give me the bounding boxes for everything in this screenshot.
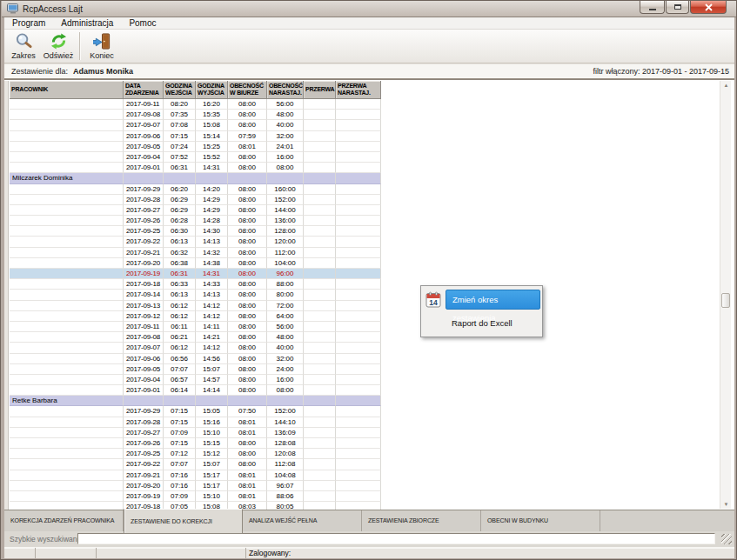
table-row[interactable]: 2017-09-2507:1215:1208:00120:08	[10, 449, 381, 459]
cell	[10, 354, 124, 364]
table-row[interactable]: 2017-09-0406:5714:5708:0016:00	[10, 375, 381, 385]
cell	[304, 481, 336, 491]
column-header-0[interactable]: PRACOWNIK	[10, 81, 124, 99]
scroll-up-arrow-icon[interactable]: ▲	[720, 81, 732, 90]
cell	[304, 406, 336, 417]
table-row[interactable]: 2017-09-0106:1414:1408:0008:00	[10, 385, 381, 396]
cell: 06:33	[164, 279, 196, 290]
cell	[10, 385, 124, 396]
cell: 07:35	[164, 110, 196, 120]
tab-analiza-wej-pe-na[interactable]: ANALIZA WEJŚĆ PEŁNA	[243, 510, 362, 531]
table-row[interactable]: 2017-09-2807:1515:1608:01144:10	[10, 417, 381, 428]
table-row[interactable]: 2017-09-0707:0815:0808:0040:00	[10, 120, 381, 130]
close-button[interactable]	[690, 1, 727, 14]
cell: 2017-09-27	[124, 205, 164, 216]
table-row[interactable]: 2017-09-1406:1314:1308:0080:00	[10, 290, 381, 300]
resize-grip[interactable]	[721, 534, 732, 544]
table-row[interactable]: 2017-09-2107:1615:1708:01104:08	[10, 470, 381, 481]
column-header-1[interactable]: DATA ZDARZENIA	[124, 81, 164, 99]
menu-item-raport-excel[interactable]: Raport do Excell	[423, 311, 540, 335]
table-row[interactable]: 2017-09-1108:2016:2008:0056:00	[10, 99, 381, 110]
table-row[interactable]: 2017-09-2106:3214:3208:00112:00	[10, 248, 381, 258]
table-row[interactable]: 2017-09-0507:2415:2508:0124:01	[10, 142, 381, 152]
menu-item-zmien-okres[interactable]: 14 Zmień okres zestawienia	[423, 288, 540, 311]
cell: 06:31	[164, 163, 196, 173]
cell	[304, 459, 336, 470]
cell	[336, 163, 381, 173]
column-header-5[interactable]: OBECNOŚĆ NARASTAJ.	[267, 81, 304, 99]
column-header-3[interactable]: GODZINA WYJŚCIA	[196, 81, 228, 99]
table-row[interactable]: 2017-09-0806:2114:2108:0048:00	[10, 332, 381, 343]
table-row[interactable]: 2017-09-0407:5215:5208:0016:00	[10, 152, 381, 163]
menu-administracja[interactable]: Administracja	[53, 17, 121, 30]
odswiez-label: Odśwież	[44, 51, 74, 60]
table-row[interactable]: 2017-09-2007:1615:1708:0196:07	[10, 481, 381, 491]
table-row[interactable]: 2017-09-2206:1314:1308:00120:00	[10, 237, 381, 247]
title-bar[interactable]: RcpAccess Lajt	[2, 1, 737, 17]
menu-program[interactable]: Program	[4, 17, 53, 30]
cell: 16:20	[196, 99, 228, 110]
quick-search-input[interactable]	[77, 533, 715, 544]
table-row[interactable]: 2017-09-1106:1114:1108:0056:00	[10, 322, 381, 332]
group-header-row[interactable]: Milczarek Dominika	[10, 173, 381, 183]
cell: 15:17	[196, 470, 228, 481]
tab-bar: KOREKCJA ZDARZEŃ PRACOWNIKAZESTAWIENIE D…	[4, 510, 734, 531]
scroll-down-arrow-icon[interactable]: ▼	[720, 500, 732, 509]
table-row[interactable]: 2017-09-0606:5614:5608:0032:00	[10, 354, 381, 364]
tab-zestawienie-do-korekcji[interactable]: ZESTAWIENIE DO KOREKCJI	[124, 509, 243, 534]
table-row[interactable]: 2017-09-1206:1214:1208:0064:00	[10, 311, 381, 322]
column-header-4[interactable]: OBECNOŚĆ W BIURZE	[228, 81, 267, 99]
cell: 2017-09-19	[124, 491, 164, 502]
cell: 08:00	[228, 311, 267, 322]
table-row[interactable]: 2017-09-2906:2014:2008:00160:00	[10, 184, 381, 195]
table-row[interactable]: 2017-09-2806:2914:2908:00152:00	[10, 195, 381, 205]
cell: 14:57	[196, 375, 228, 385]
zakres-button[interactable]: Zakres	[6, 30, 41, 63]
cell: 15:10	[196, 491, 228, 502]
tab-obecni-w-budynku[interactable]: OBECNI W BUDYNKU	[481, 510, 600, 531]
table-row[interactable]: 2017-09-2506:3014:3008:00128:00	[10, 226, 381, 237]
group-header-row[interactable]: Retke Barbara	[10, 396, 381, 406]
cell: 07:12	[164, 449, 196, 459]
cell: 08:00	[228, 152, 267, 163]
tab-zestawienia-zbiorcze[interactable]: ZESTAWIENIA ZBIORCZE	[362, 510, 481, 531]
table-row[interactable]: 2017-09-2907:1515:0507:50152:00	[10, 406, 381, 417]
column-header-6[interactable]: PRZERWA	[304, 81, 336, 99]
cell	[10, 491, 124, 502]
tab-korekcja-zdarze-pracownika[interactable]: KOREKCJA ZDARZEŃ PRACOWNIKA	[4, 510, 124, 531]
cell: 2017-09-29	[124, 184, 164, 195]
table-row[interactable]: 2017-09-0807:3515:3508:0048:00	[10, 110, 381, 120]
table-row[interactable]: 2017-09-2707:0915:1008:01136:09	[10, 428, 381, 438]
cell: 14:56	[196, 354, 228, 364]
table-row[interactable]: 2017-09-2207:0715:0708:00112:08	[10, 459, 381, 470]
table-row[interactable]: 2017-09-2607:1515:1508:00128:08	[10, 438, 381, 449]
cell	[304, 396, 336, 406]
table-row[interactable]: 2017-09-0106:3114:3108:0008:00	[10, 163, 381, 173]
table-row[interactable]: 2017-09-0507:0715:0708:0024:00	[10, 364, 381, 375]
table-row[interactable]: 2017-09-1906:3114:3108:0096:00	[10, 269, 381, 279]
vertical-scrollbar[interactable]: ▲ ▼	[720, 81, 731, 509]
odswiez-button[interactable]: Odśwież	[41, 30, 76, 63]
cell: 2017-09-04	[124, 375, 164, 385]
cell	[336, 406, 381, 417]
table-row[interactable]: 2017-09-1806:3314:3308:0088:00	[10, 279, 381, 290]
cell: 144:00	[267, 205, 304, 216]
maximize-button[interactable]	[666, 1, 689, 14]
table-row[interactable]: 2017-09-2706:2914:2908:00144:00	[10, 205, 381, 216]
cell	[336, 375, 381, 385]
scrollbar-thumb[interactable]	[721, 293, 730, 308]
cell	[304, 417, 336, 428]
column-header-7[interactable]: PRZERWA NARASTAJ.	[336, 81, 381, 99]
menu-pomoc[interactable]: Pomoc	[121, 17, 164, 30]
table-row[interactable]: 2017-09-1907:0915:1008:0188:06	[10, 491, 381, 502]
cell	[336, 417, 381, 428]
table-row[interactable]: 2017-09-1306:1214:1208:0072:00	[10, 301, 381, 311]
minimize-button[interactable]	[640, 1, 665, 14]
table-row[interactable]: 2017-09-0607:1515:1407:5932:00	[10, 131, 381, 142]
table-row[interactable]: 2017-09-0706:1214:1208:0040:00	[10, 343, 381, 353]
cell: 08:00	[228, 364, 267, 375]
koniec-button[interactable]: Koniec	[84, 30, 119, 63]
table-row[interactable]: 2017-09-2606:2814:2808:00136:00	[10, 216, 381, 226]
column-header-2[interactable]: GODZINA WEJŚCIA	[164, 81, 196, 99]
table-row[interactable]: 2017-09-2006:3814:3808:00104:00	[10, 258, 381, 269]
